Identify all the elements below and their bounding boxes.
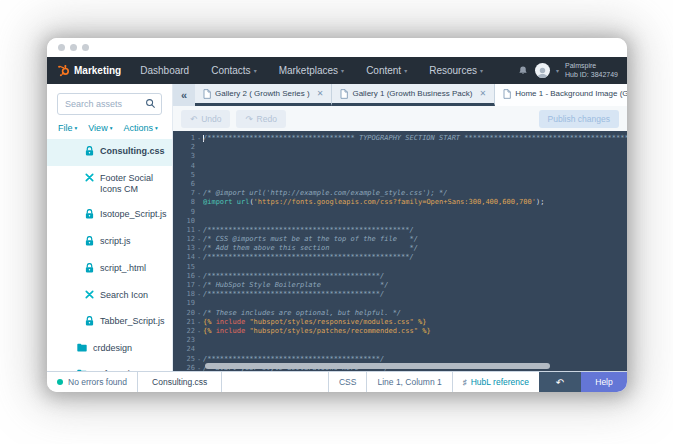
code-text: @import url('https://fonts.googleapis.co… (203, 198, 627, 207)
cursor-position: Line 1, Column 1 (366, 372, 451, 392)
window-minimize-button[interactable] (70, 44, 77, 51)
fold-marker-icon[interactable]: ▾ (195, 318, 203, 327)
fold-marker-icon[interactable]: ▾ (195, 189, 203, 198)
line-number: 25 (173, 355, 195, 364)
fold-gap (195, 345, 203, 354)
window-close-button[interactable] (58, 44, 65, 51)
fold-marker-icon[interactable]: ▾ (195, 309, 203, 318)
line-number: 5 (173, 171, 195, 180)
redo-button[interactable]: ↷ Redo (236, 110, 285, 128)
asset-name: Isotope_Script.js (100, 209, 167, 220)
locked-file-icon (85, 263, 94, 273)
fold-marker-icon[interactable]: ▾ (195, 290, 203, 299)
code-text: {% include "hubspot/styles/patches/recom… (203, 327, 627, 336)
code-text (203, 180, 627, 189)
fold-marker-icon[interactable]: ▾ (195, 355, 203, 364)
line-number: 17 (173, 281, 195, 290)
lint-status: No errors found (47, 372, 137, 392)
custom-module-icon (85, 290, 94, 299)
document-icon (340, 89, 348, 99)
code-line: 18▾/************************************… (173, 290, 627, 299)
asset-name: script_.html (100, 263, 146, 274)
redo-icon: ↷ (245, 114, 252, 124)
nav-item-contacts[interactable]: Contacts▾ (200, 65, 267, 76)
window-zoom-button[interactable] (82, 44, 89, 51)
fold-gap (195, 217, 203, 226)
code-text: /* CSS @imports must be at the top of th… (203, 235, 627, 244)
sidebar-menu-actions[interactable]: Actions▾ (123, 123, 157, 133)
line-number: 7 (173, 189, 195, 198)
editor-tab-1[interactable]: Gallery 2 ( Growth Series )✕ (195, 84, 332, 106)
undo-icon: ↶ (190, 114, 197, 124)
file-item[interactable]: script.js (47, 229, 172, 256)
sidebar-menu-view[interactable]: View▾ (88, 123, 112, 133)
code-editor[interactable]: 1▾/*********************************** T… (173, 131, 627, 371)
file-item[interactable]: Search Icon (47, 283, 172, 309)
fold-marker-icon[interactable]: ▾ (195, 226, 203, 235)
folder-item[interactable]: Defence(27-02-18) (47, 362, 172, 371)
fold-marker-icon[interactable]: ▾ (195, 244, 203, 253)
editor-tab-2[interactable]: Gallery 1 (Growth Business Pack)✕ (332, 84, 495, 106)
collapse-sidebar-icon[interactable]: « (173, 84, 195, 106)
chevron-down-icon: ▾ (254, 67, 257, 74)
code-line: 17▾/* HubSpot Style Boilerplate */ (173, 281, 627, 290)
nav-menu: DashboardContacts▾Marketplaces▾Content▾R… (129, 65, 494, 76)
language-mode[interactable]: CSS (328, 372, 366, 392)
folder-item[interactable]: crddesign (47, 336, 172, 362)
line-number: 23 (173, 336, 195, 345)
chevron-down-icon: ▾ (155, 125, 158, 131)
file-item[interactable]: Isotope_Script.js (47, 202, 172, 229)
file-item[interactable]: script_.html (47, 256, 172, 283)
account-caret-icon[interactable]: ▾ (556, 67, 559, 74)
file-item[interactable]: Consulting.css (47, 139, 172, 166)
folder-icon (77, 343, 87, 352)
line-number: 19 (173, 299, 195, 308)
fold-marker-icon[interactable]: ▾ (195, 327, 203, 336)
brand[interactable]: Marketing (57, 64, 121, 77)
close-tab-icon[interactable]: ✕ (317, 89, 324, 98)
nav-item-resources[interactable]: Resources▾ (418, 65, 494, 76)
fold-marker-icon[interactable]: ▾ (195, 272, 203, 281)
locked-file-icon (85, 209, 94, 219)
nav-item-dashboard[interactable]: Dashboard (129, 65, 200, 76)
fold-marker-icon[interactable]: ▾ (195, 281, 203, 290)
horizontal-scrollbar[interactable] (205, 363, 550, 369)
editor-pane: « Gallery 2 ( Growth Series )✕Gallery 1 … (173, 84, 627, 371)
statusbar-undo-button[interactable]: ↶ (539, 372, 581, 392)
account-info: Palmspire Hub ID: 3842749 (565, 62, 618, 79)
asset-name: Search Icon (100, 290, 148, 301)
open-file-tab[interactable]: Consulting.css (137, 372, 222, 392)
fold-gap (195, 171, 203, 180)
code-line: 5 (173, 171, 627, 180)
code-line: 16▾/************************************… (173, 272, 627, 281)
line-number: 1 (173, 134, 195, 143)
nav-item-label: Contacts (211, 65, 250, 76)
editor-tab-3[interactable]: Home 1 - Background Image (Gro...✕ (495, 84, 627, 106)
help-button[interactable]: Help (581, 372, 627, 392)
sidebar-menu-file[interactable]: File▾ (58, 123, 77, 133)
fold-marker-icon[interactable]: ▾ (195, 235, 203, 244)
nav-item-content[interactable]: Content▾ (355, 65, 418, 76)
code-line: 10 (173, 217, 627, 226)
hubl-reference-label: HubL reference (471, 377, 529, 387)
search-icon[interactable] (145, 98, 156, 109)
file-item[interactable]: Footer Social Icons CM (47, 166, 172, 202)
nav-item-label: Resources (429, 65, 477, 76)
asset-name: crddesign (93, 343, 132, 354)
hubl-reference-button[interactable]: ♯ HubL reference (452, 372, 539, 392)
fold-marker-icon[interactable]: ▾ (195, 134, 203, 143)
code-line: 4 (173, 162, 627, 171)
file-item[interactable]: Tabber_Script.js (47, 309, 172, 336)
avatar[interactable] (535, 63, 550, 78)
close-tab-icon[interactable]: ✕ (479, 89, 486, 98)
notifications-bell-icon[interactable] (517, 65, 529, 77)
fold-marker-icon[interactable]: ▾ (195, 364, 203, 371)
code-text (203, 208, 627, 217)
code-line: 12▾/* CSS @imports must be at the top of… (173, 235, 627, 244)
code-text (203, 171, 627, 180)
publish-changes-button[interactable]: Publish changes (539, 110, 619, 128)
code-line: 6 (173, 180, 627, 189)
nav-item-marketplaces[interactable]: Marketplaces▾ (268, 65, 355, 76)
fold-marker-icon[interactable]: ▾ (195, 253, 203, 262)
undo-button[interactable]: ↶ Undo (181, 110, 230, 128)
